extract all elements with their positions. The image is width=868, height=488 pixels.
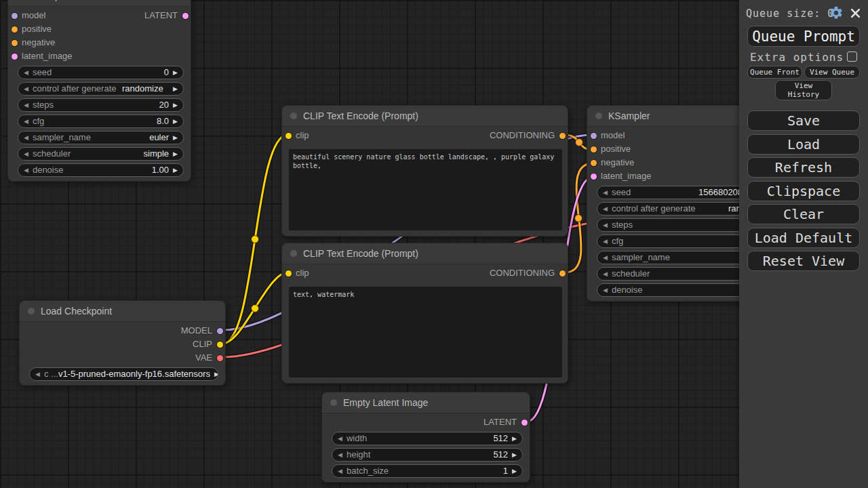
widget-label: denoise <box>33 164 64 176</box>
queue-front-button[interactable]: Queue Front <box>747 66 802 79</box>
output-slot-conditioning[interactable] <box>559 270 566 277</box>
decrement-arrow-icon[interactable]: ◀ <box>18 66 33 79</box>
decrement-arrow-icon[interactable]: ◀ <box>597 284 612 296</box>
decrement-arrow-icon[interactable]: ◀ <box>597 186 612 199</box>
node-ksampler-partial[interactable]: KSamplermodelpositivenegativelatent_imag… <box>7 0 191 182</box>
decrement-arrow-icon[interactable]: ◀ <box>18 131 33 144</box>
prompt-textarea[interactable]: text, watermark <box>289 287 562 378</box>
widget-width[interactable]: ◀width512▶ <box>332 432 523 445</box>
increment-arrow-icon[interactable]: ▶ <box>169 115 183 127</box>
widget-label: denoise <box>612 284 643 296</box>
widget-control after generate[interactable]: ◀control after generaterandomize▶ <box>18 82 184 96</box>
decrement-arrow-icon[interactable]: ◀ <box>332 465 347 477</box>
widget-label: cfg <box>612 235 623 247</box>
clear-button[interactable]: Clear <box>747 204 860 224</box>
increment-arrow-icon[interactable]: ▶ <box>169 131 183 144</box>
node-collapse-dot[interactable] <box>595 113 602 119</box>
node-load-checkpoint[interactable]: Load CheckpointMODELCLIPVAE◀c ...v1-5-pr… <box>19 300 226 386</box>
input-slot-latent_image[interactable] <box>591 174 597 180</box>
input-slot-label: latent_image <box>22 49 72 63</box>
increment-arrow-icon[interactable]: ▶ <box>169 164 183 176</box>
refresh-button[interactable]: Refresh <box>747 157 860 178</box>
view-queue-button[interactable]: View Queue <box>804 66 860 79</box>
output-slot-model[interactable] <box>217 328 223 334</box>
decrement-arrow-icon[interactable]: ◀ <box>30 368 44 380</box>
output-slot-conditioning[interactable] <box>559 133 566 139</box>
widget-label: sampler_name <box>612 251 670 264</box>
output-slot-latent[interactable] <box>521 420 528 426</box>
widget-cfg[interactable]: ◀cfg8.0▶ <box>18 115 184 128</box>
input-slot-negative[interactable] <box>591 160 597 166</box>
input-slot-positive[interactable] <box>12 26 18 33</box>
node-title: Load Checkpoint <box>41 301 112 321</box>
output-slot-latent[interactable] <box>182 13 189 19</box>
widget-height[interactable]: ◀height512▶ <box>332 448 523 462</box>
node-clip-text-encode-negative[interactable]: CLIP Text Encode (Prompt)clipCONDITIONIN… <box>281 243 568 384</box>
decrement-arrow-icon[interactable]: ◀ <box>597 235 612 247</box>
increment-arrow-icon[interactable]: ▶ <box>169 148 183 160</box>
node-clip-text-encode-positive[interactable]: CLIP Text Encode (Prompt)clipCONDITIONIN… <box>281 105 568 237</box>
node-collapse-dot[interactable] <box>290 113 297 119</box>
load-button[interactable]: Load <box>747 134 860 155</box>
settings-gear-icon[interactable] <box>829 5 844 20</box>
input-slot-positive[interactable] <box>591 146 597 152</box>
widget-batch_size[interactable]: ◀batch_size1▶ <box>332 464 523 478</box>
widget-sampler_name[interactable]: ◀sampler_nameeuler▶ <box>18 131 184 144</box>
widget-value: simple <box>71 148 169 160</box>
node-collapse-dot[interactable] <box>28 308 35 314</box>
decrement-arrow-icon[interactable]: ◀ <box>18 164 33 176</box>
decrement-arrow-icon[interactable]: ◀ <box>18 99 33 111</box>
node-title: KSampler <box>29 0 71 6</box>
increment-arrow-icon[interactable]: ▶ <box>169 99 183 111</box>
widget-label: seed <box>612 186 631 199</box>
decrement-arrow-icon[interactable]: ◀ <box>597 268 612 280</box>
widget-denoise[interactable]: ◀denoise1.00▶ <box>18 163 184 177</box>
close-icon[interactable] <box>850 8 861 18</box>
decrement-arrow-icon[interactable]: ◀ <box>18 83 33 95</box>
decrement-arrow-icon[interactable]: ◀ <box>597 251 612 264</box>
decrement-arrow-icon[interactable]: ◀ <box>18 115 33 127</box>
output-slot-clip[interactable] <box>217 342 223 348</box>
output-slot-label: MODEL <box>181 324 212 338</box>
increment-arrow-icon[interactable]: ▶ <box>169 83 183 95</box>
decrement-arrow-icon[interactable]: ◀ <box>597 203 612 215</box>
extra-options-checkbox[interactable] <box>847 52 857 62</box>
increment-arrow-icon[interactable]: ▶ <box>210 368 218 380</box>
input-slot-model[interactable] <box>591 133 597 139</box>
node-title: KSampler <box>608 106 650 126</box>
input-slot-latent_image[interactable] <box>12 54 18 60</box>
increment-arrow-icon[interactable]: ▶ <box>508 432 522 445</box>
output-slot-vae[interactable] <box>217 355 223 361</box>
node-collapse-dot[interactable] <box>330 399 337 406</box>
widget-steps[interactable]: ◀steps20▶ <box>18 98 184 112</box>
output-slot-label: LATENT <box>484 415 517 429</box>
widget-value: randomize <box>117 83 170 95</box>
save-button[interactable]: Save <box>747 110 860 131</box>
widget-value: euler <box>91 131 169 144</box>
view-history-button[interactable]: View History <box>775 80 832 100</box>
increment-arrow-icon[interactable]: ▶ <box>508 449 522 461</box>
queue-prompt-button[interactable]: Queue Prompt <box>747 26 860 47</box>
increment-arrow-icon[interactable]: ▶ <box>508 465 522 477</box>
increment-arrow-icon[interactable]: ▶ <box>169 66 183 79</box>
widget-label: scheduler <box>612 268 650 280</box>
clipspace-button[interactable]: Clipspace <box>747 181 860 201</box>
widget-seed[interactable]: ◀seed0▶ <box>18 66 184 79</box>
output-slot-label: VAE <box>195 351 212 365</box>
decrement-arrow-icon[interactable]: ◀ <box>597 219 612 231</box>
widget-scheduler[interactable]: ◀schedulersimple▶ <box>18 147 184 161</box>
widget-c ...[interactable]: ◀c ...v1-5-pruned-emaonly-fp16.safetenso… <box>29 367 218 381</box>
node-title-bar: CLIP Text Encode (Prompt) <box>282 106 568 127</box>
reset-view-button[interactable]: Reset View <box>747 251 860 271</box>
node-collapse-dot[interactable] <box>290 250 297 257</box>
node-empty-latent-image[interactable]: Empty Latent ImageLATENT◀width512▶◀heigh… <box>321 392 530 483</box>
decrement-arrow-icon[interactable]: ◀ <box>18 148 33 160</box>
decrement-arrow-icon[interactable]: ◀ <box>332 449 347 461</box>
output-slot-label: LATENT <box>144 9 178 22</box>
widget-label: control after generate <box>33 83 117 95</box>
input-slot-negative[interactable] <box>12 40 18 46</box>
load-default-button[interactable]: Load Default <box>747 228 860 248</box>
prompt-textarea[interactable]: beautiful scenery nature glass bottle la… <box>289 149 562 230</box>
widget-label: batch_size <box>347 465 389 477</box>
decrement-arrow-icon[interactable]: ◀ <box>332 432 347 445</box>
